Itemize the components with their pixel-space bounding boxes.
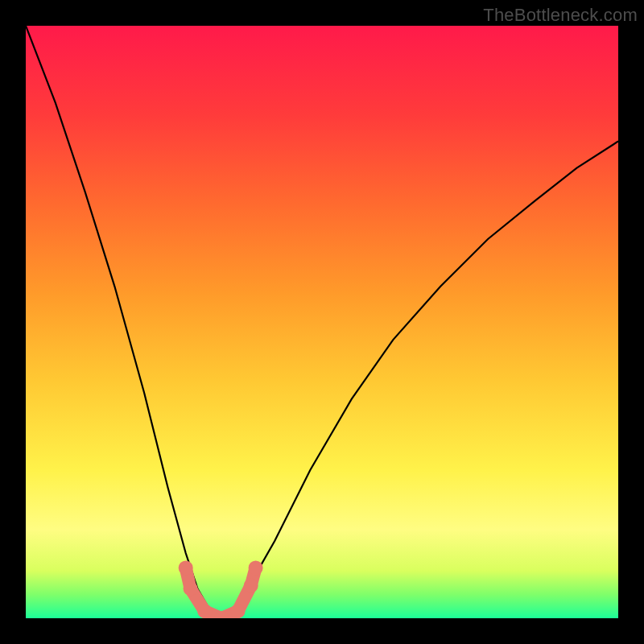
highlight-marker-dot bbox=[184, 581, 198, 596]
highlight-marker-dot bbox=[197, 604, 212, 618]
highlight-marker-dot bbox=[179, 560, 193, 575]
watermark-text: TheBottleneck.com bbox=[483, 5, 638, 26]
highlight-marker-dot bbox=[249, 560, 263, 575]
highlight-marker-dot bbox=[244, 579, 258, 593]
bottleneck-curve-path bbox=[26, 26, 618, 618]
highlight-marker-dot bbox=[231, 604, 246, 618]
chart-frame: TheBottleneck.com bbox=[0, 0, 644, 644]
plot-area bbox=[26, 26, 618, 618]
highlight-marker-path bbox=[186, 568, 256, 618]
highlight-marker-dots bbox=[179, 560, 263, 618]
curve-layer bbox=[26, 26, 618, 618]
